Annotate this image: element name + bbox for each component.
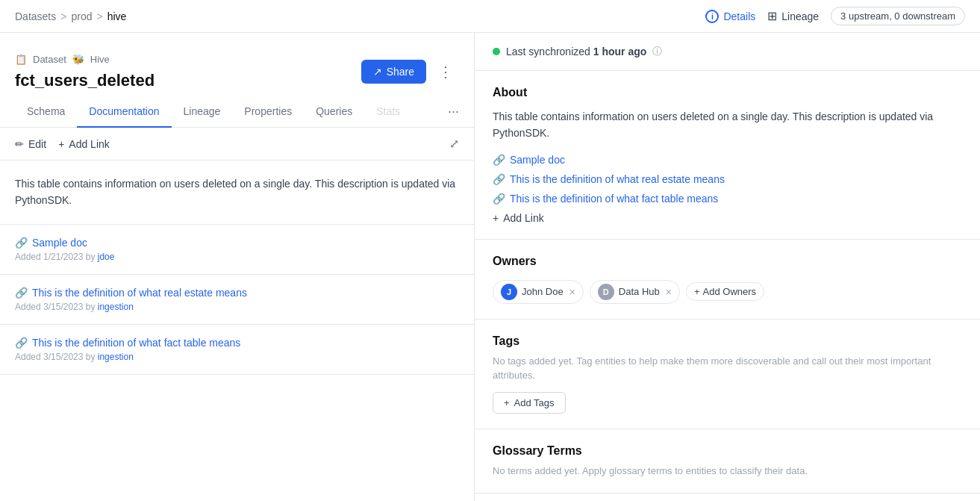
- about-link-fact-table[interactable]: 🔗 This is the definition of what fact ta…: [493, 193, 962, 205]
- doc-description-text: This table contains information on users…: [15, 178, 455, 206]
- remove-owner-data-hub[interactable]: ×: [666, 286, 672, 298]
- link-label: This is the definition of what real esta…: [510, 173, 725, 185]
- links-section: 🔗 Sample doc Added 1/21/2023 by jdoe 🔗 T…: [0, 225, 474, 375]
- share-button[interactable]: ↗ Share: [361, 60, 426, 84]
- breadcrumb-datasets[interactable]: Datasets: [15, 10, 56, 22]
- tabs-more-button[interactable]: ···: [448, 104, 459, 119]
- owner-name-data-hub: Data Hub: [619, 286, 660, 297]
- add-tags-label: Add Tags: [514, 397, 555, 408]
- doc-toolbar: ✏ Edit + Add Link ⤢: [0, 128, 474, 161]
- tab-stats: Stats: [364, 96, 412, 128]
- edit-icon: ✏: [15, 138, 24, 150]
- edit-label: Edit: [28, 138, 46, 150]
- lineage-label: Lineage: [781, 10, 819, 22]
- breadcrumb-sep1: >: [60, 10, 66, 22]
- owners-title: Owners: [493, 255, 962, 268]
- left-panel: 📋 Dataset 🐝 Hive fct_users_deleted ↗ Sha…: [0, 33, 475, 501]
- sync-help-icon[interactable]: ⓘ: [652, 45, 662, 58]
- owner-name-john-doe: John Doe: [522, 286, 564, 297]
- main-layout: 📋 Dataset 🐝 Hive fct_users_deleted ↗ Sha…: [0, 33, 980, 501]
- tags-title: Tags: [493, 334, 962, 348]
- sync-status: Last synchronized 1 hour ago ⓘ: [475, 33, 980, 71]
- glossary-section: Glossary Terms No terms added yet. Apply…: [475, 429, 980, 494]
- link-icon: 🔗: [493, 173, 505, 185]
- remove-owner-john-doe[interactable]: ×: [569, 286, 575, 298]
- sync-text: Last synchronized 1 hour ago: [506, 46, 646, 57]
- dataset-meta: 📋 Dataset 🐝 Hive: [15, 54, 155, 65]
- edit-button[interactable]: ✏ Edit: [15, 138, 46, 150]
- lineage-icon: ⊞: [767, 9, 777, 23]
- owner-tag-john-doe: J John Doe ×: [493, 280, 584, 304]
- about-title: About: [493, 86, 962, 99]
- tags-section: Tags No tags added yet. Tag entities to …: [475, 320, 980, 429]
- top-nav-right: i Details ⊞ Lineage 3 upstream, 0 downst…: [705, 7, 965, 25]
- doc-toolbar-left: ✏ Edit + Add Link: [15, 138, 110, 150]
- link-user-ingestion-2[interactable]: ingestion: [98, 352, 134, 362]
- link-icon: 🔗: [15, 337, 28, 349]
- dataset-header-left: 📋 Dataset 🐝 Hive fct_users_deleted: [15, 54, 155, 90]
- link-user-ingestion-1[interactable]: ingestion: [98, 302, 134, 312]
- tab-properties[interactable]: Properties: [232, 96, 304, 128]
- link-text: Sample doc: [32, 237, 87, 249]
- about-link-real-estate[interactable]: 🔗 This is the definition of what real es…: [493, 173, 962, 185]
- plus-icon: +: [504, 397, 510, 408]
- about-link-sample-doc[interactable]: 🔗 Sample doc: [493, 154, 962, 166]
- link-text: This is the definition of what real esta…: [32, 287, 247, 299]
- breadcrumb-current[interactable]: hive: [107, 10, 127, 22]
- share-label: Share: [387, 66, 414, 78]
- link-icon: 🔗: [15, 287, 28, 299]
- tab-queries[interactable]: Queries: [304, 96, 364, 128]
- add-link-label: Add Link: [503, 212, 543, 224]
- link-title-sample-doc[interactable]: 🔗 Sample doc: [15, 237, 459, 249]
- link-label: Sample doc: [510, 154, 565, 166]
- link-icon: 🔗: [493, 154, 505, 166]
- link-meta-sample-doc: Added 1/21/2023 by jdoe: [15, 252, 459, 262]
- link-text: This is the definition of what fact tabl…: [32, 337, 240, 349]
- link-label: This is the definition of what fact tabl…: [510, 193, 718, 205]
- plus-icon: +: [58, 138, 64, 150]
- tab-content: ✏ Edit + Add Link ⤢ This table contains …: [0, 128, 474, 501]
- dataset-meta-label: Dataset: [33, 54, 66, 65]
- breadcrumb: Datasets > prod > hive: [15, 10, 126, 22]
- tabs: Schema Documentation Lineage Properties …: [0, 96, 474, 128]
- sync-dot: [493, 48, 500, 55]
- link-title-real-estate[interactable]: 🔗 This is the definition of what real es…: [15, 287, 459, 299]
- details-label: Details: [723, 10, 755, 22]
- glossary-empty-text: No terms added yet. Apply glossary terms…: [493, 464, 962, 479]
- add-link-label: Add Link: [69, 138, 109, 150]
- add-owners-button[interactable]: + Add Owners: [686, 282, 764, 301]
- tab-lineage[interactable]: Lineage: [172, 96, 233, 128]
- dataset-title: fct_users_deleted: [15, 71, 155, 90]
- link-title-fact-table[interactable]: 🔗 This is the definition of what fact ta…: [15, 337, 459, 349]
- about-description: This table contains information on users…: [493, 108, 962, 142]
- details-nav-button[interactable]: i Details: [705, 10, 755, 23]
- about-section: About This table contains information on…: [475, 71, 980, 240]
- right-panel: Last synchronized 1 hour ago ⓘ About Thi…: [475, 33, 980, 501]
- lineage-nav-button[interactable]: ⊞ Lineage: [767, 9, 819, 23]
- doc-description: This table contains information on users…: [0, 161, 474, 225]
- owners-list: J John Doe × D Data Hub × + Add Owners: [493, 280, 962, 304]
- breadcrumb-prod[interactable]: prod: [71, 10, 92, 22]
- plus-icon: +: [694, 286, 700, 297]
- add-link-button[interactable]: + Add Link: [58, 138, 110, 150]
- tab-schema[interactable]: Schema: [15, 96, 77, 128]
- glossary-title: Glossary Terms: [493, 444, 962, 458]
- owner-tag-data-hub: D Data Hub ×: [590, 280, 680, 304]
- tab-documentation[interactable]: Documentation: [77, 96, 171, 128]
- link-meta-fact-table: Added 3/15/2023 by ingestion: [15, 352, 459, 362]
- top-nav: Datasets > prod > hive i Details ⊞ Linea…: [0, 0, 980, 33]
- link-icon: 🔗: [15, 237, 28, 249]
- expand-button[interactable]: ⤢: [449, 137, 459, 151]
- more-options-button[interactable]: ⋮: [432, 60, 459, 84]
- hive-label: Hive: [90, 54, 110, 65]
- about-add-link-button[interactable]: + Add Link: [493, 212, 962, 224]
- info-icon: i: [705, 10, 719, 23]
- lineage-badge[interactable]: 3 upstream, 0 downstream: [831, 7, 965, 25]
- add-tags-button[interactable]: + Add Tags: [493, 392, 566, 414]
- link-meta-real-estate: Added 3/15/2023 by ingestion: [15, 302, 459, 312]
- list-item: 🔗 This is the definition of what real es…: [0, 275, 474, 325]
- list-item: 🔗 This is the definition of what fact ta…: [0, 325, 474, 375]
- hive-emoji: 🐝: [72, 54, 84, 65]
- plus-icon: +: [493, 212, 499, 224]
- link-user-jdoe[interactable]: jdoe: [98, 252, 115, 262]
